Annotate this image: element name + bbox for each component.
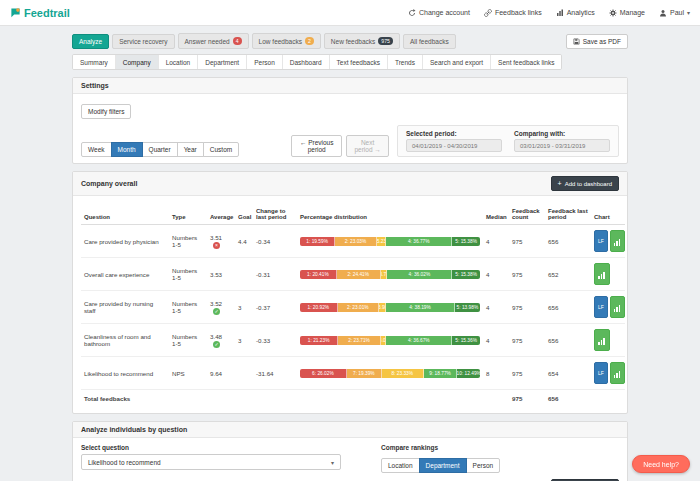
table-row: Likelihood to recommendNPS9.64-31.646: 2… <box>81 357 625 390</box>
subtab-text-feedbacks[interactable]: Text feedbacks <box>330 55 388 69</box>
user-menu[interactable]: Paul ▾ <box>659 9 690 17</box>
tab-new-feedbacks[interactable]: New feedbacks975 <box>324 33 400 49</box>
low-feedbacks-badge: 2 <box>305 37 314 45</box>
change-account-button[interactable]: Change account <box>408 9 470 17</box>
type-cell: Numbers 1-5 <box>169 258 207 291</box>
navbar-menu: Change account Feedback links Analytics … <box>408 9 690 17</box>
next-period-button[interactable]: Next period → <box>346 135 389 157</box>
chart-cell: LF <box>591 357 625 390</box>
subtab-search-and-export[interactable]: Search and export <box>423 55 491 69</box>
subtab-trends[interactable]: Trends <box>388 55 423 69</box>
subtab-dashboard[interactable]: Dashboard <box>283 55 330 69</box>
tab-all-feedbacks[interactable]: All feedbacks <box>403 34 456 49</box>
distribution-segment: 7: 19.39% <box>347 369 382 378</box>
distribution-cell: 1: 19.59%2: 23.03%3: 5.23%4: 36.77%5: 15… <box>297 225 483 258</box>
lf-chart-button[interactable]: LF <box>594 296 608 318</box>
distribution-segment: 1: 21.23% <box>300 336 338 345</box>
main-tabs: Analyze Service recovery Answer needed4 … <box>72 33 628 49</box>
tab-answer-needed[interactable]: Answer needed4 <box>178 33 249 49</box>
subtab-company[interactable]: Company <box>116 55 159 69</box>
column-header: Type <box>169 204 207 225</box>
question-cell: Overall care experience <box>81 258 169 291</box>
chart-cell: LF <box>591 291 625 324</box>
goal-cell: 3 <box>235 291 253 324</box>
median-cell: 4 <box>483 324 509 357</box>
feedback-last-period-cell: 656 <box>545 225 591 258</box>
distribution-segment: 2: 23.71% <box>338 336 381 345</box>
feedback-last-period-cell: 656 <box>545 291 591 324</box>
compare-location-button[interactable]: Location <box>381 458 420 473</box>
feedback-links-button[interactable]: Feedback links <box>484 9 542 17</box>
analyze-subtabs: Summary Company Location Department Pers… <box>72 54 562 70</box>
analytics-button[interactable]: Analytics <box>556 9 595 17</box>
type-cell: Numbers 1-5 <box>169 225 207 258</box>
distribution-segment: 9: 18.77% <box>424 369 458 378</box>
plus-icon: + <box>558 180 562 187</box>
change-cell: -0.37 <box>253 291 297 324</box>
question-select[interactable]: Likelihood to recommend ▾ <box>81 454 341 470</box>
distribution-cell: 1: 20.41%2: 24.41%3: 3.78%4: 36.02%5: 15… <box>297 258 483 291</box>
bar-chart-button[interactable] <box>594 329 610 351</box>
previous-period-button[interactable]: ← Previous period <box>291 135 342 157</box>
average-value: 9.64 <box>210 370 222 377</box>
company-overall-panel: Company overall + Add to dashboard Quest… <box>72 171 628 414</box>
chevron-down-icon: ▾ <box>331 459 334 466</box>
compare-person-button[interactable]: Person <box>466 458 501 473</box>
period-month-button[interactable]: Month <box>111 142 143 157</box>
lf-chart-button[interactable]: LF <box>594 230 608 252</box>
bar-chart-button[interactable] <box>610 296 626 318</box>
period-button-group: Week Month Quarter Year Custom <box>81 142 239 157</box>
change-cell: -0.34 <box>253 225 297 258</box>
bar-chart-button[interactable] <box>610 362 626 384</box>
subtab-person[interactable]: Person <box>247 55 283 69</box>
column-header: Change to last period <box>253 204 297 225</box>
analyze-individuals-body: Select question Likelihood to recommend … <box>73 438 627 481</box>
page-content: Analyze Service recovery Answer needed4 … <box>72 33 628 481</box>
average-cell: 3.48✓ <box>207 324 235 357</box>
distribution-cell: 6: 26.02%7: 19.39%8: 23.33%9: 18.77%10: … <box>297 357 483 390</box>
modify-filters-button[interactable]: Modify filters <box>81 104 131 119</box>
period-custom-button[interactable]: Custom <box>203 142 239 157</box>
tab-service-recovery[interactable]: Service recovery <box>112 34 174 49</box>
period-week-button[interactable]: Week <box>81 142 112 157</box>
company-overall-title: Company overall <box>81 180 137 187</box>
select-question-block: Select question Likelihood to recommend … <box>81 444 381 470</box>
add-to-dashboard-button[interactable]: + Add to dashboard <box>551 176 619 191</box>
subtab-sent-feedback-links[interactable]: Sent feedback links <box>491 55 561 69</box>
company-overall-body: QuestionTypeAverageGoalChange to last pe… <box>73 196 627 413</box>
logo[interactable]: Feedtrail <box>10 7 70 19</box>
tab-low-feedbacks[interactable]: Low feedbacks2 <box>252 33 321 49</box>
need-help-button[interactable]: Need help? <box>632 455 690 473</box>
column-header: Question <box>81 204 169 225</box>
manage-button[interactable]: Manage <box>609 9 645 17</box>
lf-chart-button[interactable]: LF <box>594 362 608 384</box>
median-cell: 4 <box>483 225 509 258</box>
subtab-summary[interactable]: Summary <box>73 55 116 69</box>
period-dates: Selected period: 04/01/2019 - 04/30/2019… <box>397 125 619 157</box>
chart-cell: LF <box>591 225 625 258</box>
subtab-location[interactable]: Location <box>159 55 199 69</box>
subtab-department[interactable]: Department <box>198 55 247 69</box>
bar-chart-icon <box>614 305 622 312</box>
table-row: Overall care experienceNumbers 1-53.53-0… <box>81 258 625 291</box>
period-year-button[interactable]: Year <box>177 142 204 157</box>
tab-analyze[interactable]: Analyze <box>72 34 109 49</box>
bar-chart-button[interactable] <box>594 263 610 285</box>
goal-cell: 4.4 <box>235 225 253 258</box>
save-as-pdf-button[interactable]: Save as PDF <box>566 34 628 49</box>
average-cell: 3.53 <box>207 258 235 291</box>
bar-chart-button[interactable] <box>610 230 626 252</box>
top-navbar: Feedtrail Change account Feedback links … <box>0 0 700 26</box>
question-select-value: Likelihood to recommend <box>88 459 161 466</box>
period-quarter-button[interactable]: Quarter <box>142 142 178 157</box>
chart-buttons: LF <box>594 230 622 252</box>
empty-cell <box>253 390 297 408</box>
comparing-period: Comparing with: 03/01/2019 - 03/31/2019 <box>514 130 610 152</box>
save-icon <box>573 38 580 45</box>
comparing-value[interactable]: 03/01/2019 - 03/31/2019 <box>514 139 610 152</box>
distribution-segment: 1: 20.41% <box>300 270 337 279</box>
selected-period-value[interactable]: 04/01/2019 - 04/30/2019 <box>406 139 502 152</box>
distribution-segment: 3: 5.23% <box>377 237 386 246</box>
goal-met-icon: ✓ <box>213 308 220 315</box>
compare-department-button[interactable]: Department <box>419 458 467 473</box>
